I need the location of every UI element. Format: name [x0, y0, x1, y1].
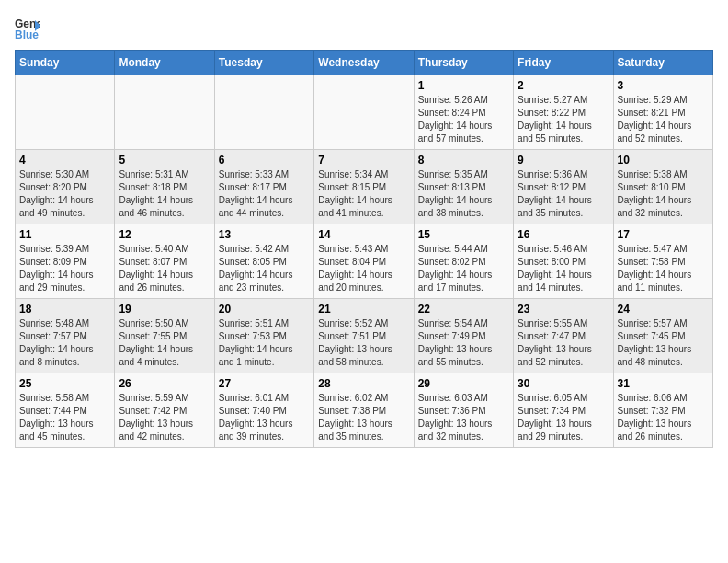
week-row-4: 18Sunrise: 5:48 AM Sunset: 7:57 PM Dayli… — [16, 299, 713, 373]
week-row-3: 11Sunrise: 5:39 AM Sunset: 8:09 PM Dayli… — [16, 224, 713, 299]
header-thursday: Thursday — [414, 51, 513, 75]
day-number: 4 — [19, 154, 110, 167]
day-number: 21 — [318, 303, 409, 316]
header-sunday: Sunday — [16, 51, 115, 75]
day-info: Sunrise: 5:36 AM Sunset: 8:12 PM Dayligh… — [518, 168, 609, 220]
calendar-cell: 7Sunrise: 5:34 AM Sunset: 8:15 PM Daylig… — [314, 150, 414, 224]
calendar-cell: 9Sunrise: 5:36 AM Sunset: 8:12 PM Daylig… — [514, 150, 613, 224]
week-row-2: 4Sunrise: 5:30 AM Sunset: 8:20 PM Daylig… — [16, 150, 713, 224]
day-info: Sunrise: 6:01 AM Sunset: 7:40 PM Dayligh… — [219, 392, 310, 443]
day-info: Sunrise: 5:39 AM Sunset: 8:09 PM Dayligh… — [19, 243, 110, 294]
day-info: Sunrise: 6:06 AM Sunset: 7:32 PM Dayligh… — [618, 392, 709, 443]
day-info: Sunrise: 5:27 AM Sunset: 8:22 PM Dayligh… — [518, 94, 609, 145]
day-info: Sunrise: 5:31 AM Sunset: 8:18 PM Dayligh… — [119, 168, 210, 220]
calendar-cell: 22Sunrise: 5:54 AM Sunset: 7:49 PM Dayli… — [414, 299, 513, 373]
header: General Blue — [15, 15, 713, 40]
day-number: 22 — [418, 303, 509, 316]
calendar-cell — [16, 75, 115, 150]
day-number: 6 — [219, 154, 310, 167]
day-info: Sunrise: 5:52 AM Sunset: 7:51 PM Dayligh… — [318, 317, 409, 369]
header-monday: Monday — [115, 51, 214, 75]
day-number: 27 — [219, 377, 310, 390]
day-info: Sunrise: 6:03 AM Sunset: 7:36 PM Dayligh… — [418, 392, 509, 443]
calendar-cell: 24Sunrise: 5:57 AM Sunset: 7:45 PM Dayli… — [613, 299, 712, 373]
header-wednesday: Wednesday — [314, 51, 414, 75]
calendar-cell — [214, 75, 313, 150]
header-friday: Friday — [514, 51, 613, 75]
calendar-cell: 4Sunrise: 5:30 AM Sunset: 8:20 PM Daylig… — [16, 150, 115, 224]
day-number: 9 — [518, 154, 609, 167]
calendar-cell: 17Sunrise: 5:47 AM Sunset: 7:58 PM Dayli… — [613, 224, 712, 299]
calendar-cell: 18Sunrise: 5:48 AM Sunset: 7:57 PM Dayli… — [16, 299, 115, 373]
day-number: 17 — [618, 228, 709, 241]
day-info: Sunrise: 5:46 AM Sunset: 8:00 PM Dayligh… — [518, 243, 609, 294]
calendar-table: SundayMondayTuesdayWednesdayThursdayFrid… — [15, 50, 713, 448]
day-number: 13 — [219, 228, 310, 241]
day-info: Sunrise: 5:50 AM Sunset: 7:55 PM Dayligh… — [119, 317, 210, 369]
calendar-cell: 13Sunrise: 5:42 AM Sunset: 8:05 PM Dayli… — [214, 224, 313, 299]
header-saturday: Saturday — [613, 51, 712, 75]
day-info: Sunrise: 6:02 AM Sunset: 7:38 PM Dayligh… — [318, 392, 409, 443]
calendar-cell: 1Sunrise: 5:26 AM Sunset: 8:24 PM Daylig… — [414, 75, 513, 150]
day-info: Sunrise: 5:29 AM Sunset: 8:21 PM Dayligh… — [618, 94, 709, 145]
day-info: Sunrise: 5:33 AM Sunset: 8:17 PM Dayligh… — [219, 168, 310, 220]
calendar-cell — [314, 75, 414, 150]
day-number: 12 — [119, 228, 210, 241]
day-info: Sunrise: 5:58 AM Sunset: 7:44 PM Dayligh… — [19, 392, 110, 443]
day-info: Sunrise: 5:55 AM Sunset: 7:47 PM Dayligh… — [518, 317, 609, 369]
day-info: Sunrise: 5:59 AM Sunset: 7:42 PM Dayligh… — [119, 392, 210, 443]
calendar-cell: 31Sunrise: 6:06 AM Sunset: 7:32 PM Dayli… — [613, 373, 712, 448]
calendar-cell: 29Sunrise: 6:03 AM Sunset: 7:36 PM Dayli… — [414, 373, 513, 448]
day-number: 8 — [418, 154, 509, 167]
day-info: Sunrise: 5:34 AM Sunset: 8:15 PM Dayligh… — [318, 168, 409, 220]
day-info: Sunrise: 5:57 AM Sunset: 7:45 PM Dayligh… — [618, 317, 709, 369]
day-number: 2 — [518, 79, 609, 92]
day-number: 24 — [618, 303, 709, 316]
day-info: Sunrise: 5:48 AM Sunset: 7:57 PM Dayligh… — [19, 317, 110, 369]
calendar-cell: 20Sunrise: 5:51 AM Sunset: 7:53 PM Dayli… — [214, 299, 313, 373]
day-number: 30 — [518, 377, 609, 390]
day-number: 29 — [418, 377, 509, 390]
calendar-cell: 19Sunrise: 5:50 AM Sunset: 7:55 PM Dayli… — [115, 299, 214, 373]
day-number: 3 — [618, 79, 709, 92]
calendar-cell: 3Sunrise: 5:29 AM Sunset: 8:21 PM Daylig… — [613, 75, 712, 150]
day-number: 20 — [219, 303, 310, 316]
day-number: 19 — [119, 303, 210, 316]
calendar-cell: 2Sunrise: 5:27 AM Sunset: 8:22 PM Daylig… — [514, 75, 613, 150]
calendar-cell: 30Sunrise: 6:05 AM Sunset: 7:34 PM Dayli… — [514, 373, 613, 448]
calendar-cell: 6Sunrise: 5:33 AM Sunset: 8:17 PM Daylig… — [214, 150, 313, 224]
week-row-1: 1Sunrise: 5:26 AM Sunset: 8:24 PM Daylig… — [16, 75, 713, 150]
day-info: Sunrise: 5:35 AM Sunset: 8:13 PM Dayligh… — [418, 168, 509, 220]
calendar-cell: 8Sunrise: 5:35 AM Sunset: 8:13 PM Daylig… — [414, 150, 513, 224]
day-info: Sunrise: 5:42 AM Sunset: 8:05 PM Dayligh… — [219, 243, 310, 294]
logo-icon: General Blue — [15, 15, 40, 40]
calendar-cell: 12Sunrise: 5:40 AM Sunset: 8:07 PM Dayli… — [115, 224, 214, 299]
day-info: Sunrise: 5:30 AM Sunset: 8:20 PM Dayligh… — [19, 168, 110, 220]
calendar-cell: 23Sunrise: 5:55 AM Sunset: 7:47 PM Dayli… — [514, 299, 613, 373]
day-number: 1 — [418, 79, 509, 92]
day-info: Sunrise: 5:26 AM Sunset: 8:24 PM Dayligh… — [418, 94, 509, 145]
header-tuesday: Tuesday — [214, 51, 313, 75]
day-info: Sunrise: 5:38 AM Sunset: 8:10 PM Dayligh… — [618, 168, 709, 220]
week-row-5: 25Sunrise: 5:58 AM Sunset: 7:44 PM Dayli… — [16, 373, 713, 448]
day-number: 7 — [318, 154, 409, 167]
calendar-cell: 26Sunrise: 5:59 AM Sunset: 7:42 PM Dayli… — [115, 373, 214, 448]
calendar-cell: 16Sunrise: 5:46 AM Sunset: 8:00 PM Dayli… — [514, 224, 613, 299]
day-number: 26 — [119, 377, 210, 390]
day-number: 23 — [518, 303, 609, 316]
calendar-cell: 21Sunrise: 5:52 AM Sunset: 7:51 PM Dayli… — [314, 299, 414, 373]
day-number: 5 — [119, 154, 210, 167]
day-number: 10 — [618, 154, 709, 167]
calendar-cell: 14Sunrise: 5:43 AM Sunset: 8:04 PM Dayli… — [314, 224, 414, 299]
day-info: Sunrise: 6:05 AM Sunset: 7:34 PM Dayligh… — [518, 392, 609, 443]
day-number: 11 — [19, 228, 110, 241]
day-number: 14 — [318, 228, 409, 241]
day-number: 15 — [418, 228, 509, 241]
day-number: 28 — [318, 377, 409, 390]
calendar-cell: 5Sunrise: 5:31 AM Sunset: 8:18 PM Daylig… — [115, 150, 214, 224]
day-number: 16 — [518, 228, 609, 241]
day-number: 31 — [618, 377, 709, 390]
calendar-cell: 25Sunrise: 5:58 AM Sunset: 7:44 PM Dayli… — [16, 373, 115, 448]
day-info: Sunrise: 5:44 AM Sunset: 8:02 PM Dayligh… — [418, 243, 509, 294]
day-info: Sunrise: 5:51 AM Sunset: 7:53 PM Dayligh… — [219, 317, 310, 369]
